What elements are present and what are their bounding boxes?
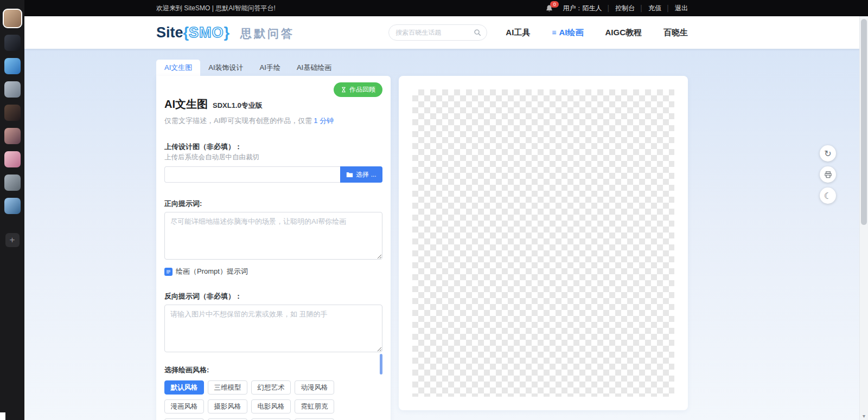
prompt-help-label: 绘画（Prompt）提示词 (176, 267, 248, 276)
nav-item-baixiaosheng[interactable]: 百晓生 (663, 28, 688, 38)
nav-item-ai-tools[interactable]: AI工具 (506, 28, 530, 38)
tab-text-to-image[interactable]: AI文生图 (156, 60, 200, 76)
vertical-scrollbar: ▾ (859, 16, 868, 420)
user-label[interactable]: 用户：陌生人 (563, 4, 602, 13)
search-icon[interactable] (474, 29, 481, 36)
logo-site-text: Site (156, 24, 183, 41)
workspace-sidebar: + (0, 0, 24, 420)
workspace-avatar[interactable] (4, 175, 21, 191)
page-subtitle: 仅需文字描述，AI即可实现有创意的作品，仅需1 分钟 (164, 116, 382, 126)
main-nav: AI工具 ≡ AI绘画 AIGC教程 百晓生 (506, 28, 688, 38)
negative-prompt-textarea[interactable] (164, 305, 382, 352)
workspace-avatar[interactable] (4, 105, 21, 121)
site-logo[interactable]: Site { SMO } 思默问答 (156, 24, 295, 41)
style-button-fantasy[interactable]: 幻想艺术 (251, 380, 291, 395)
style-button-anime[interactable]: 动漫风格 (295, 380, 334, 395)
style-button-default[interactable]: 默认风格 (164, 380, 204, 395)
workspace-avatar[interactable] (4, 81, 21, 98)
tab-decor-design[interactable]: AI装饰设计 (200, 60, 251, 76)
subtitle-highlight: 1 分钟 (314, 117, 334, 125)
welcome-text: 欢迎来到 SiteSMO | 思默AI智能问答平台! (156, 4, 276, 13)
style-options: 默认风格 三维模型 幻想艺术 动漫风格 漫画风格 摄影风格 电影风格 霓虹朋克 (164, 380, 343, 420)
workspace-avatar[interactable] (4, 198, 21, 214)
choose-file-label: 选择 ... (356, 170, 376, 179)
tab-hand-draw[interactable]: AI手绘 (252, 60, 289, 76)
recharge-link[interactable]: 充值 (648, 4, 661, 13)
prompt-help-link[interactable]: 绘画（Prompt）提示词 (164, 267, 382, 276)
workspace-avatar[interactable] (4, 35, 21, 51)
positive-prompt-label: 正向提示词: (164, 199, 382, 209)
style-button-neonpunk[interactable]: 霓虹朋克 (295, 399, 334, 413)
refresh-icon: ↻ (824, 148, 831, 159)
style-button-photo[interactable]: 摄影风格 (208, 399, 247, 413)
notification-bell-icon[interactable]: 0 (545, 4, 553, 12)
upload-hint: 上传后系统会自动居中自由裁切 (164, 153, 382, 162)
printer-icon (824, 171, 832, 179)
negative-prompt-label: 反向提示词（非必填）： (164, 292, 382, 301)
subtitle-text: 仅需文字描述，AI即可实现有创意的作品，仅需 (164, 117, 312, 125)
menu-icon: ≡ (552, 28, 556, 37)
workspace-avatar[interactable] (4, 58, 21, 74)
folder-icon (346, 172, 353, 178)
logo-brace: { (183, 24, 189, 41)
model-version: SDXL1.0专业版 (213, 101, 263, 111)
notification-badge: 0 (550, 1, 559, 8)
topbar: 欢迎来到 SiteSMO | 思默AI智能问答平台! 0 用户：陌生人 │ 控制… (24, 0, 868, 16)
nav-label: AI绘画 (559, 28, 584, 38)
dark-mode-button[interactable]: ☾ (820, 188, 836, 204)
scrollbar-corner (0, 412, 5, 420)
add-workspace-button[interactable]: + (5, 233, 20, 247)
feature-tabs: AI文生图 AI装饰设计 AI手绘 AI基础绘画 (156, 60, 688, 76)
works-review-label: 作品回顾 (349, 85, 375, 94)
nav-item-ai-paint[interactable]: ≡ AI绘画 (552, 28, 583, 38)
refresh-button[interactable]: ↻ (820, 145, 836, 161)
divider: │ (666, 5, 670, 11)
nav-label: AIGC教程 (605, 28, 642, 38)
style-button-3d[interactable]: 三维模型 (208, 380, 247, 395)
divider: │ (607, 5, 610, 11)
logo-cn-text: 思默问答 (240, 26, 295, 41)
search-box (388, 24, 487, 41)
logo-smo-text: SMO (189, 24, 224, 41)
hourglass-icon (341, 87, 347, 93)
prompt-icon (164, 268, 173, 276)
scrollbar-down-arrow[interactable]: ▾ (860, 413, 868, 419)
style-button-comic[interactable]: 漫画风格 (164, 399, 204, 413)
nav-label: 百晓生 (663, 28, 688, 38)
preview-card (399, 76, 688, 410)
moon-icon: ☾ (824, 191, 832, 201)
tab-basic-paint[interactable]: AI基础绘画 (289, 60, 340, 76)
vertical-scrollbar-thumb[interactable] (861, 19, 867, 225)
logout-link[interactable]: 退出 (675, 4, 688, 13)
style-section-label: 选择绘画风格: (164, 365, 382, 375)
preview-canvas (412, 89, 674, 397)
nav-label: AI工具 (506, 28, 530, 38)
workspace-avatar[interactable] (3, 9, 22, 28)
works-review-button[interactable]: 作品回顾 (334, 82, 382, 97)
console-link[interactable]: 控制台 (615, 4, 635, 13)
logo-brace: } (224, 24, 230, 41)
form-scrollbar-thumb[interactable] (380, 354, 382, 374)
page-title: AI文生图 (164, 97, 208, 112)
divider: │ (640, 5, 643, 11)
choose-file-button[interactable]: 选择 ... (340, 166, 382, 183)
style-button-film[interactable]: 电影风格 (251, 399, 291, 413)
site-header: Site { SMO } 思默问答 AI工具 ≡ AI绘画 AIGC教程 百晓生 (24, 16, 868, 49)
main-area: AI文生图 AI装饰设计 AI手绘 AI基础绘画 作品回顾 AI文生图 SDXL… (24, 49, 868, 420)
workspace-avatar[interactable] (4, 151, 21, 167)
workspace-avatar[interactable] (4, 128, 21, 144)
generation-form-card: 作品回顾 AI文生图 SDXL1.0专业版 仅需文字描述，AI即可实现有创意的作… (156, 76, 391, 420)
search-input[interactable] (394, 28, 470, 37)
upload-label: 上传设计图（非必填）： (164, 142, 382, 152)
upload-file-input[interactable] (164, 166, 340, 183)
nav-item-aigc-tutorial[interactable]: AIGC教程 (605, 28, 642, 38)
printer-button[interactable] (820, 166, 836, 183)
positive-prompt-textarea[interactable] (164, 212, 382, 260)
